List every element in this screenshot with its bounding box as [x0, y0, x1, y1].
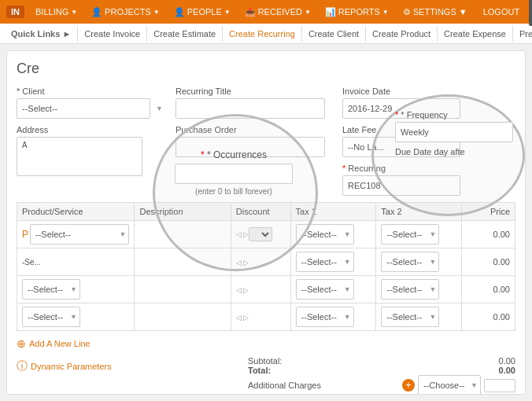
quick-link-expense[interactable]: Create Expense [438, 26, 513, 42]
table-row: --Select-- ▼ ◁ ▷ --Select-- ▼ [17, 276, 515, 304]
table-row: P --Select-- ▼ ◁ ▷ ▼ [17, 221, 515, 248]
table-cell-tax2-3: --Select-- ▼ [376, 276, 462, 304]
client-select-arrow-icon: ▼ [156, 105, 163, 112]
people-menu[interactable]: 👤 PEOPLE ▼ [168, 4, 237, 20]
col-product: Product/Service [17, 203, 135, 221]
settings-arrow-icon: ▼ [459, 7, 467, 17]
total-value: 0.00 [476, 366, 515, 375]
table-header-row: Product/Service Description Discount Tax… [17, 203, 515, 221]
settings-menu[interactable]: ⚙ SETTINGS ▼ [397, 4, 474, 20]
row3-tax2-wrapper[interactable]: --Select-- ▼ [381, 279, 439, 300]
table-cell-tax1-3: --Select-- ▼ [290, 276, 376, 304]
quick-link-estimate[interactable]: Create Estimate [147, 26, 223, 42]
row2-tax2-wrapper[interactable]: --Select-- ▼ [381, 252, 439, 272]
row4-product-wrapper[interactable]: --Select-- ▼ [22, 307, 80, 327]
late-fee-input[interactable] [342, 137, 460, 157]
row1-tax1-wrapper[interactable]: --Select-- ▼ [296, 224, 354, 245]
row4-tax1-select[interactable]: --Select-- [296, 307, 354, 327]
app-logo: IN [6, 6, 24, 18]
row1-tax2-select[interactable]: --Select-- [381, 224, 439, 245]
info-icon: ⓘ [17, 359, 28, 373]
table-cell-desc-3 [135, 276, 231, 304]
purchase-order-input[interactable] [175, 137, 325, 157]
row3-tax1-wrapper[interactable]: --Select-- ▼ [296, 279, 354, 300]
projects-menu[interactable]: 👤 PROJECTS ▼ [85, 4, 166, 20]
charge-amount-input[interactable] [484, 379, 515, 392]
client-label: * Client [17, 86, 166, 96]
table-row: -Se... ◁ ▷ --Select-- ▼ --Sele [17, 248, 515, 276]
table-cell-product: P --Select-- ▼ [17, 221, 135, 248]
user-info: invoiceratest Welcome demo [529, 0, 532, 26]
row1-tax1-select[interactable]: --Select-- [296, 224, 354, 245]
late-fee-label: Late Fee [342, 125, 468, 134]
address-group: Address [17, 125, 166, 176]
col-tax1: Tax 1 [290, 203, 376, 221]
invoice-date-input[interactable] [342, 98, 460, 119]
projects-person-icon: 👤 [91, 7, 102, 17]
logout-button[interactable]: LOGOUT [477, 4, 526, 20]
table-row: --Select-- ▼ ◁ ▷ --Select-- ▼ [17, 304, 515, 331]
billing-menu[interactable]: BILLING ▼ [29, 4, 83, 20]
subtotal-label: Subtotal: [248, 356, 282, 366]
row1-icon: P [22, 229, 28, 240]
table-cell-discount-4: ◁ ▷ [231, 304, 290, 331]
dynamic-parameters-link[interactable]: Dynamic Parameters [31, 362, 112, 371]
quick-link-product[interactable]: Create Product [366, 26, 438, 42]
quick-link-invoice[interactable]: Create Invoice [78, 26, 147, 42]
quick-links-bar: Quick Links ► Create Invoice Create Esti… [0, 24, 532, 44]
row2-tax1-wrapper[interactable]: --Select-- ▼ [296, 252, 354, 272]
reports-arrow-icon: ▼ [382, 9, 389, 16]
quick-link-client[interactable]: Create Client [302, 26, 366, 42]
row3-discount-icon: ◁ ▷ [236, 286, 249, 294]
nav-right-section: ⚙ SETTINGS ▼ LOGOUT invoiceratest Welcom… [397, 0, 532, 26]
row2-tax1-select[interactable]: --Select-- [296, 252, 354, 272]
charge-select-wrapper[interactable]: --Choose-- ▼ [418, 375, 481, 395]
row4-product-select[interactable]: --Select-- [22, 307, 80, 327]
recurring-title-group: Recurring Title [175, 86, 333, 119]
reports-menu[interactable]: 📊 REPORTS ▼ [319, 4, 395, 20]
table-cell-discount-3: ◁ ▷ [231, 276, 290, 304]
top-navigation: IN BILLING ▼ 👤 PROJECTS ▼ 👤 PEOPLE ▼ 📥 R… [0, 0, 532, 24]
row4-tax2-select[interactable]: --Select-- [381, 307, 439, 327]
row3-tax1-select[interactable]: --Select-- [296, 279, 354, 300]
add-charge-button[interactable]: + [402, 379, 415, 392]
row3-tax2-select[interactable]: --Select-- [381, 279, 439, 300]
table-cell-desc-2 [135, 248, 231, 276]
table-cell-desc-1 [135, 221, 231, 248]
purchase-order-group: Purchase Order [175, 125, 333, 157]
row3-product-wrapper[interactable]: --Select-- ▼ [22, 279, 80, 300]
recurring-title-input[interactable] [175, 98, 325, 119]
row1-product-select[interactable]: --Select-- [30, 224, 129, 245]
row4-tax2-wrapper[interactable]: --Select-- ▼ [381, 307, 439, 327]
address-textarea[interactable] [17, 137, 142, 176]
received-menu[interactable]: 📥 RECEIVED ▼ [238, 4, 317, 20]
table-cell-product-4: --Select-- ▼ [17, 304, 135, 331]
charge-select[interactable]: --Choose-- [418, 375, 481, 395]
reports-chart-icon: 📊 [325, 7, 336, 17]
client-select[interactable]: --Select-- [17, 98, 150, 119]
table-cell-price-2: 0.00 [462, 248, 515, 276]
subtotal-row: Subtotal: 0.00 [248, 356, 515, 366]
recurring-number-input[interactable] [342, 175, 460, 196]
total-row: Total: 0.00 [248, 366, 515, 375]
row1-tax2-wrapper[interactable]: --Select-- ▼ [381, 224, 439, 245]
quick-link-preferences[interactable]: Preferences [513, 26, 532, 42]
projects-arrow-icon: ▼ [153, 9, 160, 16]
client-select-wrapper[interactable]: --Select-- ▼ [17, 98, 166, 119]
row3-product-select[interactable]: --Select-- [22, 279, 80, 300]
table-cell-price-4: 0.00 [462, 304, 515, 331]
col-discount: Discount [231, 203, 290, 221]
add-new-line-link[interactable]: Add A New Line [29, 339, 91, 348]
row2-tax2-select[interactable]: --Select-- [381, 252, 439, 272]
add-new-line-row[interactable]: ⊕ Add A New Line [17, 337, 515, 350]
table-cell-price-1: 0.00 [462, 221, 515, 248]
row1-discount-select[interactable]: ▼ [249, 227, 272, 241]
col-description: Description [135, 203, 231, 221]
quick-link-recurring[interactable]: Create Recurring [223, 26, 302, 42]
row1-product-wrapper[interactable]: --Select-- ▼ [30, 224, 129, 245]
table-cell-product-3: --Select-- ▼ [17, 276, 135, 304]
table-cell-tax1-4: --Select-- ▼ [290, 304, 376, 331]
row4-tax1-wrapper[interactable]: --Select-- ▼ [296, 307, 354, 327]
page-content: Cre * Client --Select-- ▼ Address Re [6, 50, 526, 395]
quick-links-label: Quick Links ► [5, 26, 78, 42]
